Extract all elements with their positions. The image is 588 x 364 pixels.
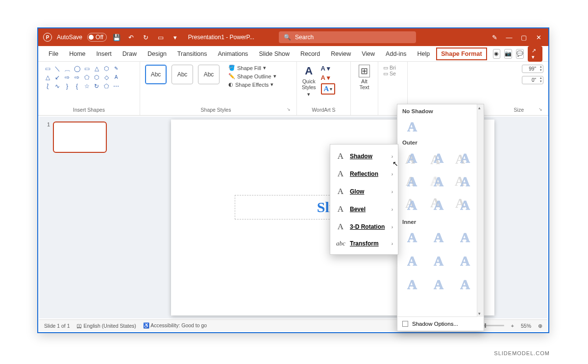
group-accessibility: ⊞ Alt Text <box>351 62 378 115</box>
text-outline-button[interactable]: A ▾ <box>321 74 336 81</box>
inner-shadow-swatch[interactable]: A <box>402 251 422 271</box>
outer-shadow-swatch[interactable]: A <box>455 148 475 168</box>
tab-shape-format[interactable]: Shape Format <box>436 48 487 60</box>
tab-transitions[interactable]: Transitions <box>173 48 212 60</box>
inner-shadow-swatch[interactable]: A <box>455 275 475 294</box>
outer-shadow-swatch[interactable]: A <box>402 172 422 192</box>
save-icon[interactable]: 💾 <box>112 34 122 41</box>
group-label-size: Size <box>514 107 524 114</box>
submenu-bevel[interactable]: ABevel› <box>330 200 398 218</box>
submenu-reflection[interactable]: AReflection› <box>330 165 398 183</box>
reflection-icon: A <box>336 169 345 179</box>
shape-fill-button[interactable]: 🪣Shape Fill ▾ <box>228 65 276 71</box>
outer-shadow-swatch[interactable]: A <box>429 195 448 215</box>
send-backward-button[interactable]: ▭ Se <box>383 71 402 76</box>
section-outer: Outer <box>402 140 480 146</box>
zoom-value[interactable]: 55% <box>521 323 531 329</box>
present-icon[interactable]: ▭ <box>156 34 166 41</box>
inner-shadow-swatch[interactable]: A <box>429 251 448 271</box>
bevel-icon: A <box>336 204 345 214</box>
outer-shadow-swatch[interactable]: A <box>402 148 422 168</box>
tab-file[interactable]: File <box>44 48 63 60</box>
tab-home[interactable]: Home <box>65 48 90 60</box>
text-effects-button[interactable]: A▾ <box>321 83 336 95</box>
group-label-wordart: WordArt S <box>302 107 345 114</box>
quick-styles-button[interactable]: A Quick Styles▾ <box>302 65 316 97</box>
tab-animations[interactable]: Animations <box>214 48 253 60</box>
shadow-gallery-flyout: No Shadow A Outer A A A A A A A A A Inne… <box>397 104 484 331</box>
inner-shadow-swatch[interactable]: A <box>429 228 448 247</box>
slide-thumbnail-1[interactable]: 1 <box>53 121 107 153</box>
submenu-3d-rotation[interactable]: A3-D Rotation› <box>330 218 398 236</box>
slide-thumbnails-pane[interactable]: 1 <box>39 117 118 318</box>
fit-to-window-icon[interactable]: ⊕ <box>538 323 542 329</box>
undo-icon[interactable]: ↶ <box>126 34 136 41</box>
tab-design[interactable]: Design <box>143 48 171 60</box>
bucket-icon: 🪣 <box>228 65 235 71</box>
alt-text-button[interactable]: ⊞ Alt Text <box>356 65 373 90</box>
effects-icon: ◐ <box>228 81 233 88</box>
shape-height-input[interactable]: 99" <box>522 65 543 73</box>
tab-review[interactable]: Review <box>326 48 355 60</box>
submenu-transform[interactable]: abcTransform› <box>330 236 398 251</box>
bring-forward-button[interactable]: ▭ Bri <box>383 65 402 71</box>
shape-styles-launcher-icon[interactable]: ↘ <box>287 107 292 114</box>
outer-shadow-swatch[interactable]: A <box>455 195 475 215</box>
redo-icon[interactable]: ↻ <box>141 34 151 41</box>
inner-shadow-swatch[interactable]: A <box>455 251 475 271</box>
tab-record[interactable]: Record <box>296 48 324 60</box>
inner-shadow-swatch[interactable]: A <box>455 228 475 247</box>
tab-view[interactable]: View <box>357 48 379 60</box>
tab-draw[interactable]: Draw <box>118 48 141 60</box>
language-indicator[interactable]: 🕮 English (United States) <box>77 323 136 329</box>
maximize-icon[interactable]: ▢ <box>519 34 529 41</box>
close-icon[interactable]: ✕ <box>534 34 543 41</box>
zoom-in-icon[interactable]: + <box>511 323 514 329</box>
outer-shadow-swatch[interactable]: A <box>402 195 422 215</box>
tab-help[interactable]: Help <box>413 48 434 60</box>
search-box[interactable]: 🔍 Search <box>279 31 416 43</box>
submenu-glow[interactable]: AGlow› <box>330 183 398 200</box>
shape-effects-button[interactable]: ◐Shape Effects ▾ <box>228 81 276 88</box>
pen-icon[interactable]: ✎ <box>490 34 499 41</box>
outer-shadow-swatch[interactable]: A <box>429 172 448 192</box>
flyout-scrollbar[interactable] <box>477 104 484 317</box>
record-button-icon[interactable]: ◉ <box>493 49 501 59</box>
text-fill-button[interactable]: A ▾ <box>321 65 336 72</box>
thumbnail-number: 1 <box>47 121 50 127</box>
share-button[interactable]: ↗ ▾ <box>528 46 542 62</box>
shapes-gallery[interactable]: ▭＼⏠◯▭△⬡✎ △↙⇨⇨⬠⬡◇A ⟅∿}{☆↻⬠⋯ <box>43 65 135 90</box>
submenu-shadow[interactable]: AShadow› <box>330 147 398 165</box>
camera-icon[interactable]: 📷 <box>504 49 512 59</box>
outer-shadow-swatch[interactable]: A <box>455 172 475 192</box>
more-qat-icon[interactable]: ▾ <box>171 34 180 41</box>
group-shape-styles: Abc Abc Abc 🪣Shape Fill ▾ ✏️Shape Outlin… <box>140 62 297 115</box>
alt-text-icon: ⊞ <box>359 65 370 77</box>
outer-shadow-swatch[interactable]: A <box>429 148 448 168</box>
tab-addins[interactable]: Add-ins <box>381 48 411 60</box>
shadow-options-button[interactable]: Shadow Options... <box>397 316 484 331</box>
ribbon-tabs: File Home Insert Draw Design Transitions… <box>38 46 548 62</box>
comments-icon[interactable]: 💬 <box>516 49 524 59</box>
inner-shadow-swatch[interactable]: A <box>429 275 448 294</box>
glow-icon: A <box>336 187 345 196</box>
shape-width-input[interactable]: 0" <box>522 76 543 84</box>
autosave-toggle[interactable]: Off <box>87 33 107 42</box>
checkbox-icon <box>402 321 408 327</box>
shadow-icon: A <box>336 151 345 161</box>
shape-style-1[interactable]: Abc <box>145 65 167 84</box>
search-placeholder: Search <box>295 34 314 41</box>
shape-outline-button[interactable]: ✏️Shape Outline ▾ <box>228 73 276 79</box>
no-shadow-swatch[interactable]: A <box>402 117 422 137</box>
tab-slideshow[interactable]: Slide Show <box>254 48 294 60</box>
inner-shadow-swatch[interactable]: A <box>402 228 422 247</box>
minimize-icon[interactable]: — <box>504 34 514 41</box>
slide-indicator[interactable]: Slide 1 of 1 <box>44 323 70 329</box>
titlebar: P AutoSave Off 💾 ↶ ↻ ▭ ▾ Presentation1 -… <box>38 28 548 46</box>
accessibility-indicator[interactable]: ♿ Accessibility: Good to go <box>143 322 207 329</box>
shape-style-2[interactable]: Abc <box>172 65 193 84</box>
size-launcher-icon[interactable]: ↘ <box>539 107 543 114</box>
tab-insert[interactable]: Insert <box>92 48 116 60</box>
shape-style-3[interactable]: Abc <box>198 65 220 84</box>
inner-shadow-swatch[interactable]: A <box>402 275 422 294</box>
